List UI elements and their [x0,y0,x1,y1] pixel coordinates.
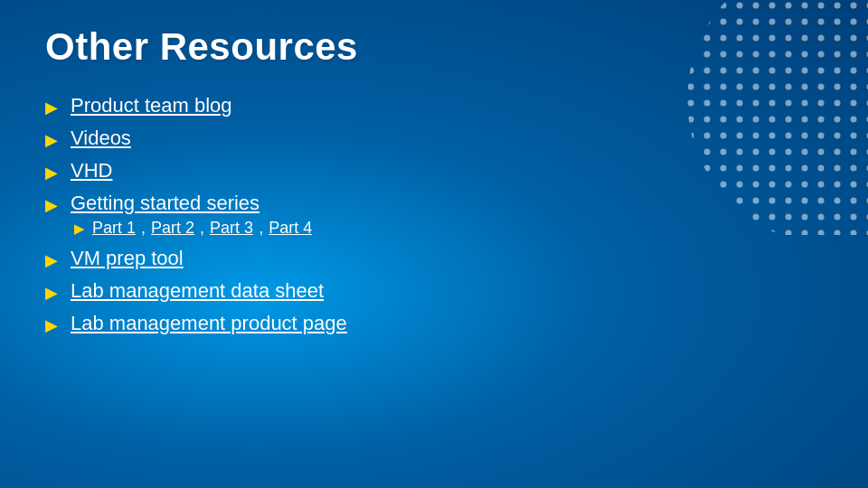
link-lab-data-sheet[interactable]: Lab management data sheet [71,279,324,303]
link-part3[interactable]: Part 3 [210,219,253,238]
link-vm-prep-tool[interactable]: VM prep tool [71,247,184,270]
link-vhd[interactable]: VHD [71,159,112,183]
link-lab-product-page[interactable]: Lab management product page [71,312,347,335]
arrow-icon-lab-data: ▶ [45,283,58,303]
list-item-videos: ▶ Videos [45,127,823,150]
list-item-product-team-blog: ▶ Product team blog [45,94,823,117]
link-part1[interactable]: Part 1 [92,219,136,238]
list-item-lab-product-page: ▶ Lab management product page [45,312,823,335]
arrow-icon-2: ▶ [45,130,58,150]
arrow-icon-3: ▶ [45,163,58,183]
list-item-vm-prep-tool: ▶ VM prep tool [45,247,823,270]
getting-started-sub: ▶ Part 1 , Part 2 , Part 3 , Part 4 [74,219,312,238]
link-product-team-blog[interactable]: Product team blog [71,94,232,117]
link-getting-started[interactable]: Getting started series [71,192,259,215]
page-title: Other Resources [45,25,823,69]
list-item-vhd: ▶ VHD [45,159,823,183]
list-item-getting-started: ▶ Getting started series ▶ Part 1 , Part… [45,192,823,238]
main-content: Other Resources ▶ Product team blog ▶ Vi… [0,0,868,370]
list-item-lab-data-sheet: ▶ Lab management data sheet [45,279,823,303]
resource-list: ▶ Product team blog ▶ Videos ▶ VHD ▶ Get… [45,94,823,335]
arrow-icon-getting-started: ▶ [45,195,58,215]
sep-1: , [141,219,146,238]
sub-arrow-icon: ▶ [74,221,85,237]
link-videos[interactable]: Videos [71,127,131,150]
link-part2[interactable]: Part 2 [151,219,194,238]
arrow-icon-lab-product: ▶ [45,315,58,335]
link-part4[interactable]: Part 4 [269,219,312,238]
arrow-icon-1: ▶ [45,98,58,117]
sep-2: , [200,219,204,238]
arrow-icon-vm: ▶ [45,250,58,270]
getting-started-main: ▶ Getting started series [45,192,259,215]
sep-3: , [259,219,263,238]
